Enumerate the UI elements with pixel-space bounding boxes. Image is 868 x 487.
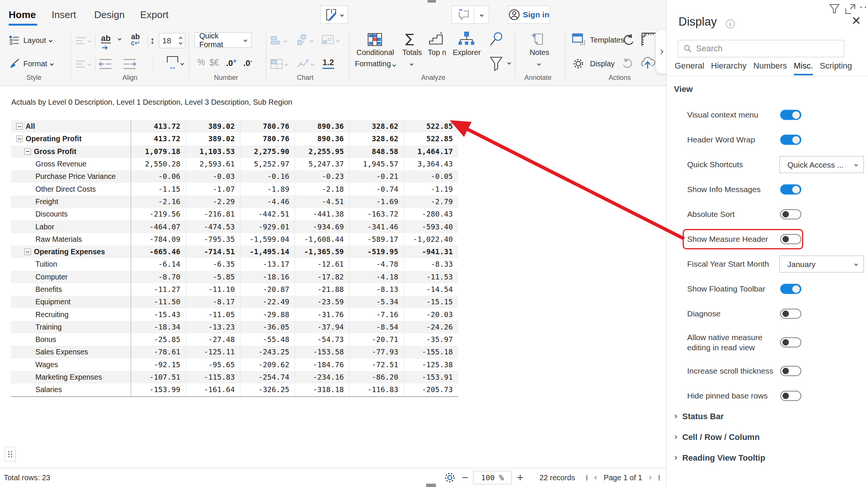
value-cell[interactable]: -1.19 <box>403 183 458 195</box>
text-wrap-button[interactable]: ab c↵ <box>131 33 140 46</box>
quick-format-dropdown[interactable]: Quick Format <box>194 32 252 48</box>
collapse-toggle-icon[interactable] <box>16 123 23 130</box>
table-row-benefits[interactable]: Benefits-11.27-11.10-20.87-21.88-8.13-14… <box>11 283 458 296</box>
ribbon-tab-insert[interactable]: Insert <box>52 9 76 21</box>
zoom-out-button[interactable]: − <box>462 472 469 483</box>
value-cell[interactable]: 5,247.37 <box>295 158 349 170</box>
table-row-tuition[interactable]: Tuition-6.14-6.35-13.17-12.61-4.78-8.33 <box>11 258 458 270</box>
panel-tab-numbers[interactable]: Numbers <box>753 61 787 75</box>
row-label-cell[interactable]: Sales Expenses <box>11 346 131 358</box>
value-cell[interactable]: -2.16 <box>131 195 186 208</box>
notes-icon[interactable] <box>530 32 546 47</box>
ribbon-expand-button[interactable] <box>656 29 666 74</box>
row-label-cell[interactable]: Freight <box>11 195 131 208</box>
text-direction-button[interactable]: ab ➔ <box>101 34 121 43</box>
value-cell[interactable]: -37.94 <box>295 321 349 333</box>
comment-button[interactable] <box>451 6 489 24</box>
row-label-cell[interactable]: Training <box>11 321 131 333</box>
value-cell[interactable]: -519.95 <box>349 246 404 258</box>
value-cell[interactable]: 780.76 <box>240 133 295 145</box>
value-cell[interactable]: -254.74 <box>240 371 295 383</box>
table-row-raw-materials[interactable]: Raw Materials-784.09-795.35-1,599.04-1,6… <box>11 233 458 246</box>
value-cell[interactable]: -22.49 <box>240 296 295 308</box>
value-cell[interactable]: 522.85 <box>403 120 458 133</box>
value-cell[interactable]: -1.15 <box>131 183 186 195</box>
value-cell[interactable]: -115.83 <box>186 371 240 383</box>
table-row-labor[interactable]: Labor-464.07-474.53-929.01-934.69-341.46… <box>11 220 458 233</box>
spinner-down-icon[interactable] <box>179 41 183 45</box>
column-width-button[interactable]: ↔ <box>167 56 183 71</box>
value-cell[interactable]: -18.34 <box>131 321 186 333</box>
conditional-formatting-dropdown[interactable]: Formatting <box>355 60 396 68</box>
next-page-button[interactable] <box>648 476 651 479</box>
first-page-button[interactable] <box>586 475 589 481</box>
value-cell[interactable]: -934.69 <box>295 220 349 233</box>
value-cell[interactable]: -4.51 <box>295 195 349 208</box>
row-label-cell[interactable]: Operating Profit <box>11 133 131 145</box>
value-cell[interactable]: -95.65 <box>186 359 240 371</box>
top-n-icon[interactable] <box>429 32 444 45</box>
remove-decimal-button[interactable]: .0- <box>243 57 252 68</box>
row-label-cell[interactable]: Equipment <box>11 296 131 308</box>
toggle-off-show-measure-header[interactable] <box>780 234 801 244</box>
value-cell[interactable]: -0.23 <box>295 170 349 183</box>
bar-chart-dropdown[interactable] <box>270 35 287 46</box>
layout-button[interactable]: Layout <box>9 33 52 48</box>
zoom-level-input[interactable]: 100 % <box>473 471 512 484</box>
comment-chevron-icon[interactable] <box>474 14 489 16</box>
info-icon[interactable]: i <box>726 20 735 28</box>
value-cell[interactable]: -92.15 <box>131 359 186 371</box>
templates-label[interactable]: Templates <box>590 36 624 44</box>
row-label-cell[interactable]: Gross Profit <box>11 145 131 158</box>
explorer-label[interactable]: Explorer <box>453 48 481 57</box>
value-cell[interactable]: -474.53 <box>186 220 240 233</box>
totals-label[interactable]: Totals <box>402 48 422 57</box>
value-cell[interactable]: -0.21 <box>349 170 404 183</box>
value-cell[interactable]: -2.18 <box>295 183 349 195</box>
top-n-label[interactable]: Top n <box>428 48 446 57</box>
panel-tab-general[interactable]: General <box>675 61 704 75</box>
value-cell[interactable]: -17.82 <box>295 271 349 283</box>
table-row-other-direct-costs[interactable]: Other Direct Costs-1.15-1.07-1.89-2.18-0… <box>11 183 458 195</box>
row-label-cell[interactable]: Recruiting <box>11 308 131 321</box>
value-cell[interactable]: -116.83 <box>349 383 404 396</box>
value-cell[interactable]: -2.29 <box>186 195 240 208</box>
value-cell[interactable]: -13.17 <box>240 258 295 270</box>
value-cell[interactable]: -20.03 <box>403 308 458 321</box>
conditional-formatting-icon[interactable] <box>368 33 382 46</box>
value-cell[interactable]: -341.46 <box>349 220 404 233</box>
value-cell[interactable]: -5.85 <box>186 271 240 283</box>
row-label-cell[interactable]: Tuition <box>11 258 131 270</box>
value-cell[interactable]: -163.72 <box>349 208 404 220</box>
section-status-bar[interactable]: Status Bar <box>666 406 868 427</box>
value-cell[interactable]: 1,103.53 <box>186 145 240 158</box>
value-cell[interactable]: 2,550.28 <box>131 158 186 170</box>
value-cell[interactable]: -14.54 <box>403 283 458 296</box>
toggle-on-show-info-messages[interactable] <box>780 185 801 195</box>
value-cell[interactable]: -205.73 <box>403 383 458 396</box>
panel-filter-icon[interactable] <box>829 4 840 14</box>
value-cell[interactable]: 328.62 <box>349 120 404 133</box>
value-cell[interactable]: -107.51 <box>131 371 186 383</box>
dropdown-fiscal-year-start-month[interactable]: January <box>779 256 864 273</box>
zoom-in-button[interactable]: + <box>517 472 524 483</box>
display-settings-icon[interactable] <box>572 57 585 70</box>
search-icon[interactable] <box>489 32 504 47</box>
value-cell[interactable]: -20.87 <box>240 283 295 296</box>
value-cell[interactable]: -929.01 <box>240 220 295 233</box>
panel-search-input[interactable] <box>696 44 839 53</box>
table-row-marketing-expenses[interactable]: Marketing Expenses-107.51-115.83-254.74-… <box>11 371 458 383</box>
row-height-icon[interactable]: ↕ <box>150 35 155 46</box>
value-cell[interactable]: 2,275.90 <box>240 145 295 158</box>
panel-more-icon[interactable]: ··· <box>859 1 868 13</box>
panel-tab-hierarchy[interactable]: Hierarchy <box>711 61 746 75</box>
panel-tab-misc[interactable]: Misc. <box>794 61 813 75</box>
undo-icon[interactable] <box>622 34 635 47</box>
row-label-cell[interactable]: Other Direct Costs <box>11 183 131 195</box>
value-cell[interactable]: -11.50 <box>131 296 186 308</box>
table-row-gross-revenue[interactable]: Gross Revenue2,550.282,593.615,252.975,2… <box>11 158 458 170</box>
value-cell[interactable]: 5,252.97 <box>240 158 295 170</box>
value-cell[interactable]: -7.16 <box>349 308 404 321</box>
value-cell[interactable]: 3,364.43 <box>403 158 458 170</box>
value-cell[interactable]: -11.05 <box>186 308 240 321</box>
